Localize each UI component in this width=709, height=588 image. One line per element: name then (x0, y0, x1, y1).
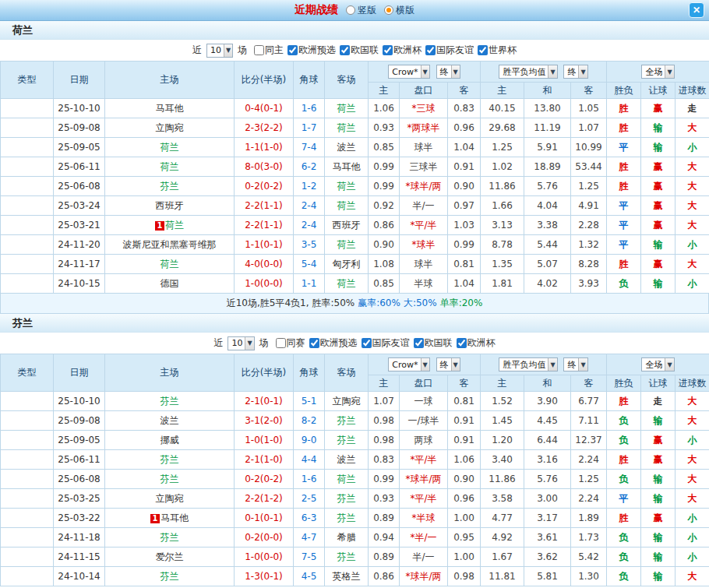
bookmaker-select[interactable]: Crow*▼ (388, 65, 429, 79)
home-avg: 1.81 (481, 274, 524, 294)
filter-checkbox-欧洲杯[interactable]: 欧洲杯 (383, 44, 422, 57)
away-team[interactable]: 马耳他 (325, 157, 369, 177)
competition-type: 欧洲预选 (1, 99, 54, 118)
away-team[interactable]: 荷兰 (325, 196, 369, 216)
filter-checkbox-欧国联[interactable]: 欧国联 (414, 336, 453, 350)
away-odds: 1.04 (448, 274, 481, 294)
away-team[interactable]: 波兰 (325, 138, 369, 157)
wdl-average-select[interactable]: 胜平负均值▼ (499, 357, 557, 371)
home-team[interactable]: 荷兰 (105, 157, 235, 177)
home-team[interactable]: 立陶宛 (105, 118, 235, 138)
checkbox-input[interactable] (287, 45, 298, 55)
filter-checkbox-欧洲杯[interactable]: 欧洲杯 (457, 336, 496, 350)
draw-avg: 3.38 (524, 216, 571, 235)
home-odds: 0.99 (369, 177, 400, 196)
checkbox-input[interactable] (362, 338, 372, 348)
checkbox-input[interactable] (276, 338, 286, 348)
away-team[interactable]: 芬兰 (325, 509, 369, 528)
close-button[interactable]: ✕ (689, 2, 704, 18)
wdl-stage-select[interactable]: 终▼ (563, 65, 587, 79)
checkbox-input[interactable] (340, 45, 350, 55)
fulltime-select[interactable]: 全场▼ (641, 357, 674, 371)
home-avg: 1.67 (481, 548, 524, 567)
checkbox-input[interactable] (478, 45, 488, 55)
result-goals: 大 (675, 118, 709, 138)
filter-checkbox-国际友谊[interactable]: 国际友谊 (425, 44, 474, 57)
home-team[interactable]: 马耳他 (105, 99, 235, 118)
home-team[interactable]: 芬兰 (105, 528, 235, 548)
home-team[interactable]: 立陶宛 (105, 489, 235, 509)
home-team[interactable]: 1荷兰 (105, 216, 235, 235)
away-odds: 0.96 (448, 118, 481, 138)
wdl-average-select[interactable]: 胜平负均值▼ (499, 65, 557, 79)
filter-checkbox-世界杯[interactable]: 世界杯 (478, 44, 517, 57)
home-odds: 0.98 (369, 411, 400, 431)
home-team[interactable]: 芬兰 (105, 470, 235, 489)
result-wdl: 负 (607, 470, 641, 489)
odds-stage-select[interactable]: 终▼ (436, 357, 460, 371)
away-team[interactable]: 荷兰 (325, 274, 369, 294)
home-team[interactable]: 波斯尼亚和黑塞哥维那 (105, 235, 235, 255)
home-team[interactable]: 西班牙 (105, 196, 235, 216)
checkbox-input[interactable] (425, 45, 436, 55)
home-team[interactable]: 芬兰 (105, 177, 235, 196)
filter-checkbox-国际友谊[interactable]: 国际友谊 (362, 336, 410, 350)
home-team[interactable]: 德国 (105, 274, 235, 294)
filter-checkbox-欧国联[interactable]: 欧国联 (340, 44, 379, 57)
away-team[interactable]: 波兰 (325, 450, 369, 470)
handicap-line: 两球 (400, 431, 448, 450)
wdl-stage-select[interactable]: 终▼ (563, 357, 587, 371)
draw-avg: 5.07 (524, 255, 571, 274)
match-count-select[interactable]: 10▼ (228, 336, 254, 350)
team-name: 芬兰 (160, 474, 179, 484)
home-team[interactable]: 荷兰 (105, 138, 235, 157)
away-team[interactable]: 芬兰 (325, 489, 369, 509)
away-team[interactable]: 英格兰 (325, 567, 369, 586)
checkbox-input[interactable] (457, 338, 467, 348)
result-goals: 大 (675, 450, 709, 470)
checkbox-input[interactable] (383, 45, 393, 55)
checkbox-label: 国际友谊 (372, 336, 410, 350)
away-team[interactable]: 匈牙利 (325, 255, 369, 274)
dropdown-arrow-icon: ▼ (548, 65, 556, 78)
away-team[interactable]: 西班牙 (325, 216, 369, 235)
away-team[interactable]: 立陶宛 (325, 392, 369, 411)
away-team[interactable]: 芬兰 (325, 548, 369, 567)
away-team[interactable]: 荷兰 (325, 118, 369, 138)
away-team[interactable]: 希腊 (325, 528, 369, 548)
home-team[interactable]: 芬兰 (105, 392, 235, 411)
filter-checkbox-同主[interactable]: 同主 (254, 44, 284, 57)
odds-stage-select[interactable]: 终▼ (436, 65, 460, 79)
away-odds: 1.06 (448, 450, 481, 470)
checkbox-input[interactable] (254, 45, 264, 55)
layout-vertical-radio[interactable]: 竖版 (346, 4, 376, 17)
checkbox-input[interactable] (309, 338, 319, 348)
filter-checkbox-欧洲预选[interactable]: 欧洲预选 (309, 336, 358, 350)
checkbox-label: 欧洲预选 (320, 336, 358, 350)
home-team[interactable]: 芬兰 (105, 567, 235, 586)
home-team[interactable]: 荷兰 (105, 255, 235, 274)
competition-type: 欧洲预选 (1, 470, 54, 489)
home-team[interactable]: 芬兰 (105, 450, 235, 470)
layout-horizontal-radio[interactable]: 横版 (384, 4, 414, 17)
away-team[interactable]: 荷兰 (325, 177, 369, 196)
home-team[interactable]: 1马耳他 (105, 509, 235, 528)
bookmaker-select[interactable]: Crow*▼ (388, 357, 429, 371)
filter-checkbox-欧洲预选[interactable]: 欧洲预选 (287, 44, 336, 57)
checkbox-input[interactable] (414, 338, 424, 348)
match-count-select[interactable]: 10▼ (206, 44, 233, 58)
home-team[interactable]: 挪威 (105, 431, 235, 450)
home-team[interactable]: 波兰 (105, 411, 235, 431)
away-team[interactable]: 荷兰 (325, 99, 369, 118)
away-team[interactable]: 荷兰 (325, 470, 369, 489)
home-team[interactable]: 爱尔兰 (105, 548, 235, 567)
away-team[interactable]: 芬兰 (325, 411, 369, 431)
filter-checkbox-同赛[interactable]: 同赛 (276, 336, 305, 350)
away-team[interactable]: 芬兰 (325, 431, 369, 450)
away-team[interactable]: 荷兰 (325, 235, 369, 255)
home-odds: 0.86 (369, 216, 400, 235)
fulltime-select[interactable]: 全场▼ (641, 65, 674, 79)
result-goals: 大 (675, 196, 709, 216)
home-odds: 0.92 (369, 196, 400, 216)
select-value: 终 (440, 359, 449, 371)
